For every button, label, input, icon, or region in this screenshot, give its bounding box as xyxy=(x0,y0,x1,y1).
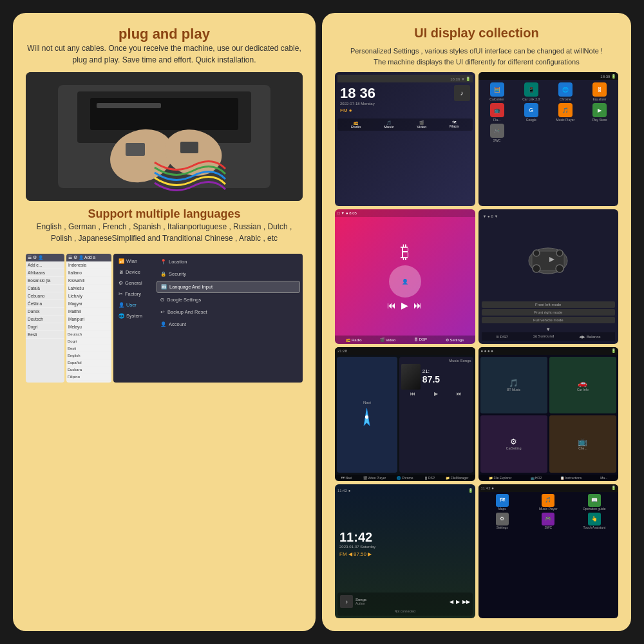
svg-point-12 xyxy=(556,265,564,272)
nav-wlan[interactable]: 📶 Wlan xyxy=(116,256,155,266)
ui-grid: 18:36 ▼ 🔋 18 36 2022-07-18 Monday FM ● ♪ xyxy=(335,72,618,618)
opguide-app: 📖 Operation guide xyxy=(573,494,617,511)
menu-location[interactable]: 📍 Location xyxy=(156,256,300,267)
ui-title: UI display collection xyxy=(335,26,618,41)
dsp-eq-btn[interactable]: 🎛 DSP xyxy=(424,476,435,480)
bt-music-status-bar: ● ● ● ● 🔋 xyxy=(478,347,619,355)
menu-security[interactable]: 🔒 Security xyxy=(156,269,300,279)
navi-label: Navi xyxy=(363,401,371,404)
nav-factory[interactable]: ✂ Factory xyxy=(116,289,155,299)
svg-point-16 xyxy=(365,415,368,419)
settings-nav: 📶 Wlan 🖥 Device ⚙ General ✂ Factory xyxy=(116,256,155,380)
che-icon: 📺 xyxy=(578,437,587,446)
google-icon: G xyxy=(160,297,164,303)
play-btn[interactable]: ▶ xyxy=(434,391,438,397)
video-icon-bottom: 🎬Video xyxy=(417,120,426,129)
svg-point-11 xyxy=(533,265,540,272)
home2-bottom-apps: ⚙ Settings 🎮 SWC 👆 Touch Assistant xyxy=(480,513,617,529)
bigclock-date: 2023-01-07 Saturday xyxy=(339,545,471,549)
car3d-status-bar: ▼ ● 8 ▼ xyxy=(482,213,616,220)
carlink-icon: 📱 xyxy=(524,82,538,97)
music-note-icon: ♪ xyxy=(454,85,470,101)
file-mgr-btn[interactable]: 📁 FileManager xyxy=(446,476,468,480)
svg-rect-3 xyxy=(90,98,238,130)
left-panel: plug and play Will not cut any cables. O… xyxy=(13,13,316,631)
music-cell: Music Songs 21: 87.5 ⏮ ▶ xyxy=(399,357,473,473)
carsetting-label: CarSetting xyxy=(506,446,522,450)
balance-label: ◀▶ Balance xyxy=(579,334,600,339)
settings-mock: ☰ ⚙ 👤 Add e... Afrikaans Bosanski (la Ca… xyxy=(26,254,303,383)
svg-rect-7 xyxy=(126,143,145,156)
svg-point-14 xyxy=(556,250,563,256)
col1-header: ☰ ⚙ 👤 xyxy=(26,254,64,261)
google-app-icon: G xyxy=(524,103,538,117)
music-label: Music Songs xyxy=(401,359,471,363)
video-player-btn[interactable]: 🎬 Video Player xyxy=(363,476,386,480)
menu-language-input[interactable]: 🔤 Lanquage And Input xyxy=(156,281,300,293)
btmusic-grid: 🎵 BT Music 🚗 Car Info ⚙ CarSetting � xyxy=(478,355,619,475)
bigclock-status-bar: 11:42 ● 🔋 xyxy=(337,487,473,495)
music-album-mini: ♪ xyxy=(340,595,353,608)
navi-btn[interactable]: 🗺 Navi xyxy=(341,476,352,480)
front-right-mode[interactable]: Front right mode xyxy=(482,309,616,316)
bc-next[interactable]: ▶▶ xyxy=(462,599,470,605)
lang-col2: ☰ ⚙ 👤 Add a Indonesia Italiano Kiswahili… xyxy=(66,254,111,383)
author-label: Author xyxy=(355,601,366,605)
btmusic-label: BT Music xyxy=(507,388,520,392)
language-icon: 🔤 xyxy=(161,284,167,290)
ui-cell-apps: 18:39 🔋 🧮 Calculator 📱 Car Link 2.0 xyxy=(478,72,619,206)
next-btn[interactable]: ⏭ xyxy=(457,391,462,397)
play-icon[interactable]: ▶ xyxy=(401,300,408,310)
full-vehicle-mode[interactable]: Full vehicle mode xyxy=(482,317,616,323)
btmusic-bottom-nav: 📁 File Explorer 📺 HO2 📋 Instructions Ma.… xyxy=(478,475,619,481)
car-image xyxy=(26,72,303,201)
prev-btn[interactable]: ⏮ xyxy=(410,391,415,397)
person-photo-mock: 👤 xyxy=(402,279,408,285)
svg-point-13 xyxy=(533,250,540,256)
lang-col1: ☰ ⚙ 👤 Add e... Afrikaans Bosanski (la Ca… xyxy=(26,254,64,383)
musicplayer-app: 🎵 Music Player xyxy=(526,494,571,511)
chrome-btn[interactable]: 🌐 Chrome xyxy=(397,476,413,480)
car3d-modes: Front left mode Front right mode Full ve… xyxy=(482,301,616,332)
clock-time: 18 36 xyxy=(340,85,375,102)
backup-icon: ↩ xyxy=(160,309,165,315)
bc-prev[interactable]: ◀ xyxy=(450,599,453,605)
bc-play[interactable]: ▶ xyxy=(456,599,460,605)
lang-text: English , German , French , Spanish , It… xyxy=(26,221,303,244)
home2-top-apps: 🗺 Maps 🎵 Music Player 📖 Operation guide xyxy=(480,494,617,511)
swc-icon: 🎮 xyxy=(490,124,504,138)
settings-menu: 📍 Location 🔒 Security 🔤 Lanquage And Inp… xyxy=(156,256,300,380)
video-nav: 🎬 Video xyxy=(380,337,395,342)
swc-app: 🎮 SWC xyxy=(526,513,571,529)
prev-icon[interactable]: ⏮ xyxy=(387,300,396,310)
svg-rect-8 xyxy=(180,142,198,153)
plug-text: Will not cut any cables. Once you receiv… xyxy=(26,43,303,66)
ui-cell-home2: 11:42 ● 🔋 🗺 Maps 🎵 Music Player xyxy=(478,484,619,618)
nav-device[interactable]: 🖥 Device xyxy=(116,267,155,277)
next-icon[interactable]: ⏭ xyxy=(413,300,422,310)
nav-system[interactable]: 🌐 System xyxy=(116,311,155,321)
user-icon: 👤 xyxy=(118,302,124,308)
playstore-icon: ▶ xyxy=(592,103,607,117)
carinfo-icon: 🚗 xyxy=(578,379,587,388)
front-left-mode[interactable]: Front left mode xyxy=(482,301,616,308)
home2-status-bar: 11:42 ● 🔋 xyxy=(478,484,619,492)
car3d-view xyxy=(482,220,616,301)
musicplayer-icon: 🎵 xyxy=(558,103,573,117)
lang-title: Support multiple languages xyxy=(26,207,303,221)
nav-user[interactable]: 👤 User xyxy=(116,300,155,310)
car3d-bottom-nav: ≋ DSP ))) Surround ◀▶ Balance xyxy=(482,332,616,341)
settings-nav-icon: ⚙ Settings xyxy=(446,337,464,342)
fm-indicator: FM ◀ 87.50 ▶ xyxy=(339,551,471,557)
menu-google[interactable]: G Google Settings xyxy=(156,294,300,305)
dsp-nav: 🎛 DSP xyxy=(414,337,427,342)
menu-backup[interactable]: ↩ Backup And Reset xyxy=(156,307,300,317)
nav-cell: Navi xyxy=(337,357,397,473)
btmusic-icon-cell: 🎵 BT Music xyxy=(480,357,547,414)
music-player-mini: ♪ Songs Author ◀ ▶ ▶▶ Not connected xyxy=(337,592,473,616)
menu-account[interactable]: 👤 Account xyxy=(156,319,300,330)
nav-general[interactable]: ⚙ General xyxy=(116,278,155,288)
plug-section: plug and play Will not cut any cables. O… xyxy=(26,26,303,66)
music-icon-bottom: 🎵Music xyxy=(384,120,394,129)
ui-cell-music: 21:28 Navi Music Song xyxy=(335,347,475,481)
